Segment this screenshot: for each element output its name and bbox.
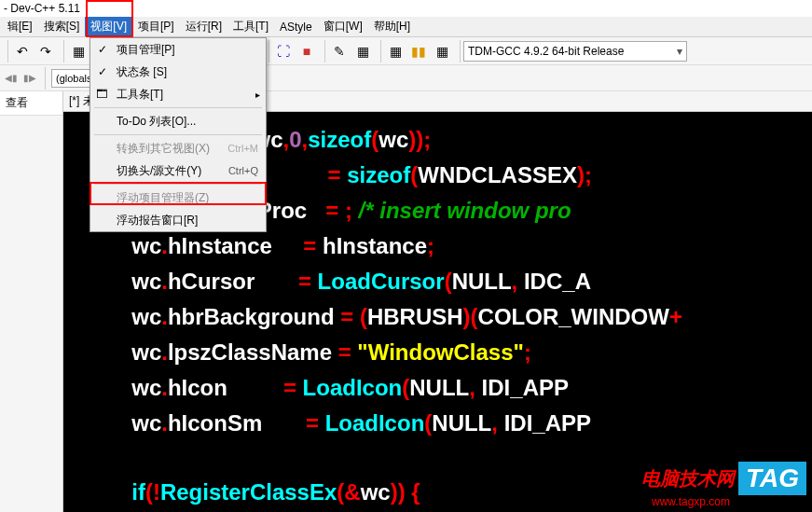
window-icon: 🗔 <box>96 88 107 101</box>
left-panel: 查看 <box>0 91 63 512</box>
redo-icon[interactable]: ↷ <box>34 40 57 62</box>
goto-icon[interactable]: ✎ <box>328 40 351 62</box>
menu-astyle[interactable]: AStyle <box>274 19 318 35</box>
menu-run[interactable]: 运行[R] <box>180 17 227 36</box>
menu-project[interactable]: 项目[P] <box>132 17 180 36</box>
undo-icon[interactable]: ↶ <box>11 40 34 62</box>
watermark-tag: TAG <box>738 462 806 495</box>
menu-separator <box>94 184 262 185</box>
nav-fwd-icon[interactable]: ▮▶ <box>21 69 39 88</box>
menu-item-float-project-manager: 浮动项目管理器(Z) <box>90 187 266 209</box>
find-icon[interactable]: ▦ <box>351 40 374 62</box>
compile-icon[interactable]: ▦ <box>67 40 89 62</box>
menu-window[interactable]: 窗口[W] <box>318 17 368 36</box>
chart-icon[interactable]: ▮▮ <box>407 40 430 62</box>
view-menu-dropdown: 项目管理[P] 状态条 [S] 🗔工具条[T] To-Do 列表[O]... 转… <box>89 37 267 232</box>
compiler-select[interactable]: TDM-GCC 4.9.2 64-bit Release <box>463 41 687 62</box>
menu-bar: 辑[E] 搜索[S] 视图[V] 项目[P] 运行[R] 工具[T] AStyl… <box>0 17 812 37</box>
menu-separator <box>94 134 262 135</box>
new-class-icon[interactable]: ▦ <box>384 40 406 62</box>
menu-help[interactable]: 帮助[H] <box>368 17 416 36</box>
watermark-url: www.tagxp.com <box>652 495 730 508</box>
debug2-icon[interactable]: ⛶ <box>272 40 295 62</box>
menu-tools[interactable]: 工具[T] <box>227 17 274 36</box>
menu-item-todo-list[interactable]: To-Do 列表[O]... <box>90 110 266 132</box>
menu-search[interactable]: 搜索[S] <box>38 17 86 36</box>
title-bar: - Dev-C++ 5.11 <box>0 0 812 17</box>
menu-item-status-bar[interactable]: 状态条 [S] <box>90 61 266 83</box>
menu-item-switch-header[interactable]: 切换头/源文件(Y)Ctrl+Q <box>90 159 266 182</box>
menu-edit[interactable]: 辑[E] <box>2 17 38 36</box>
nav-back-icon[interactable]: ◀▮ <box>2 69 21 88</box>
left-tab-view[interactable]: 查看 <box>0 91 62 116</box>
menu-item-project-manager[interactable]: 项目管理[P] <box>90 38 266 61</box>
stop2-icon[interactable]: ■ <box>296 40 318 62</box>
menu-separator <box>94 107 262 108</box>
watermark: 电脑技术网 TAG <box>641 462 806 495</box>
app-title: - Dev-C++ 5.11 <box>4 2 80 15</box>
report-icon[interactable]: ▦ <box>431 40 453 62</box>
watermark-text: 电脑技术网 <box>641 466 735 491</box>
menu-item-switch-view: 转换到其它视图(X)Ctrl+M <box>90 137 266 159</box>
menu-item-toolbars[interactable]: 🗔工具条[T] <box>90 83 266 105</box>
menu-item-float-report-window[interactable]: 浮动报告窗口[R] <box>90 209 266 231</box>
menu-view[interactable]: 视图[V] <box>85 17 132 36</box>
